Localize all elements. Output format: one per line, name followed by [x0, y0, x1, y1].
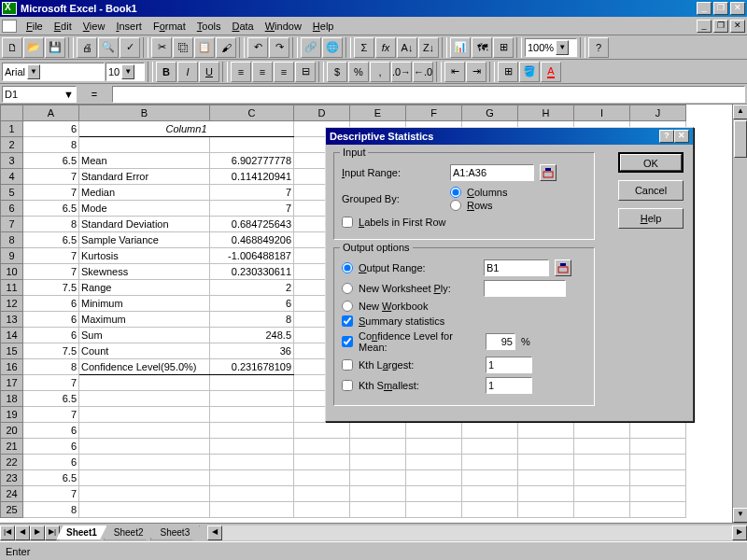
- new-icon[interactable]: 🗋: [2, 37, 22, 58]
- row-header-15[interactable]: 15: [1, 343, 23, 359]
- cell-b13[interactable]: Maximum: [79, 312, 210, 328]
- cell-c13[interactable]: 8: [210, 312, 294, 328]
- col-header-I[interactable]: I: [574, 105, 630, 121]
- row-header-17[interactable]: 17: [1, 375, 23, 391]
- zoom-dropdown-icon[interactable]: ▼: [556, 40, 569, 55]
- fill-color-icon[interactable]: 🪣: [519, 62, 540, 82]
- cell-a20[interactable]: 6: [23, 423, 79, 439]
- cell-a5[interactable]: 7: [23, 185, 79, 201]
- cell-b16[interactable]: Confidence Level(95.0%): [79, 359, 210, 375]
- cell-c3[interactable]: 6.902777778: [210, 153, 294, 169]
- copy-icon[interactable]: ⿻: [173, 37, 193, 58]
- cell-c18[interactable]: [210, 391, 294, 407]
- dialog-titlebar[interactable]: Descriptive Statistics ? ✕: [326, 128, 693, 145]
- vertical-scrollbar[interactable]: ▲ ▼: [732, 105, 747, 523]
- cell-b9[interactable]: Kurtosis: [79, 248, 210, 264]
- kth-smallest-field[interactable]: [486, 377, 532, 394]
- cell-E25[interactable]: [350, 502, 406, 518]
- col-header-F[interactable]: F: [406, 105, 462, 121]
- select-all-cell[interactable]: [1, 105, 23, 121]
- pivot-icon[interactable]: ⊞: [493, 37, 514, 58]
- zoom-combo[interactable]: 100% ▼: [525, 38, 577, 57]
- row-header-3[interactable]: 3: [1, 153, 23, 169]
- kth-largest-checkbox[interactable]: [342, 359, 353, 371]
- cell-a10[interactable]: 7: [23, 264, 79, 280]
- cell-c22[interactable]: [210, 455, 294, 470]
- cell-F23[interactable]: [406, 470, 462, 486]
- cell-E21[interactable]: [350, 439, 406, 455]
- confidence-field[interactable]: [486, 333, 515, 350]
- menu-help[interactable]: Help: [307, 19, 340, 34]
- help-icon[interactable]: ?: [588, 37, 609, 58]
- cell-b14[interactable]: Sum: [79, 328, 210, 343]
- cell-c2[interactable]: [210, 137, 294, 153]
- cell-a4[interactable]: 7: [23, 169, 79, 185]
- cell-c24[interactable]: [210, 486, 294, 502]
- cell-c8[interactable]: 0.468849206: [210, 232, 294, 248]
- format-painter-icon[interactable]: 🖌: [216, 37, 236, 58]
- inc-indent-icon[interactable]: ⇥: [466, 62, 486, 82]
- dialog-close-icon[interactable]: ✕: [674, 130, 689, 143]
- new-workbook-radio[interactable]: [342, 301, 353, 312]
- row-header-9[interactable]: 9: [1, 248, 23, 264]
- bold-icon[interactable]: B: [156, 62, 176, 82]
- cell-a9[interactable]: 7: [23, 248, 79, 264]
- rows-radio[interactable]: [450, 200, 461, 211]
- cell-D25[interactable]: [294, 502, 350, 518]
- new-worksheet-radio[interactable]: [342, 283, 353, 294]
- preview-icon[interactable]: 🔍: [98, 37, 119, 58]
- doc-close-button[interactable]: ✕: [730, 20, 745, 33]
- col-header-D[interactable]: D: [294, 105, 350, 121]
- cell-D24[interactable]: [294, 486, 350, 502]
- sort-desc-icon[interactable]: Z↓: [418, 37, 439, 58]
- maximize-button[interactable]: ❐: [713, 2, 728, 15]
- workbook-icon[interactable]: [2, 20, 17, 33]
- col-header-J[interactable]: J: [630, 105, 686, 121]
- cell-a6[interactable]: 6.5: [23, 201, 79, 217]
- namebox-dropdown-icon[interactable]: ▼: [63, 89, 74, 100]
- cancel-button[interactable]: Cancel: [618, 180, 684, 201]
- cell-c17[interactable]: [210, 375, 294, 391]
- cell-b5[interactable]: Median: [79, 185, 210, 201]
- cell-c19[interactable]: [210, 407, 294, 423]
- cell-b20[interactable]: [79, 423, 210, 439]
- cell-c7[interactable]: 0.684725643: [210, 217, 294, 232]
- menu-window[interactable]: Window: [260, 19, 307, 34]
- sheet-tab-3[interactable]: Sheet3: [150, 525, 201, 540]
- cell-a21[interactable]: 6: [23, 439, 79, 455]
- menu-view[interactable]: View: [78, 19, 111, 34]
- comma-icon[interactable]: ,: [370, 62, 390, 82]
- doc-restore-button[interactable]: ❐: [713, 20, 728, 33]
- cell-a2[interactable]: 8: [23, 137, 79, 153]
- currency-icon[interactable]: $: [327, 62, 347, 82]
- cell-G25[interactable]: [462, 502, 518, 518]
- menu-insert[interactable]: Insert: [110, 19, 148, 34]
- align-center-icon[interactable]: ≡: [252, 62, 273, 82]
- col-header-H[interactable]: H: [518, 105, 574, 121]
- cell-D23[interactable]: [294, 470, 350, 486]
- row-header-2[interactable]: 2: [1, 137, 23, 153]
- cell-b3[interactable]: Mean: [79, 153, 210, 169]
- cell-b19[interactable]: [79, 407, 210, 423]
- cell-H21[interactable]: [518, 439, 574, 455]
- cell-H20[interactable]: [518, 423, 574, 439]
- cell-b21[interactable]: [79, 439, 210, 455]
- row-header-22[interactable]: 22: [1, 455, 23, 470]
- cell-E22[interactable]: [350, 455, 406, 470]
- col-header-E[interactable]: E: [350, 105, 406, 121]
- help-button[interactable]: Help: [618, 208, 684, 229]
- cell-a23[interactable]: 6.5: [23, 470, 79, 486]
- close-button[interactable]: ✕: [730, 2, 745, 15]
- cell-c11[interactable]: 2: [210, 280, 294, 296]
- confidence-checkbox[interactable]: [342, 336, 353, 347]
- cell-F22[interactable]: [406, 455, 462, 470]
- row-header-4[interactable]: 4: [1, 169, 23, 185]
- cell-b11[interactable]: Range: [79, 280, 210, 296]
- menu-format[interactable]: Format: [148, 19, 191, 34]
- row-header-19[interactable]: 19: [1, 407, 23, 423]
- cell-I25[interactable]: [574, 502, 630, 518]
- cell-G21[interactable]: [462, 439, 518, 455]
- dialog-help-icon[interactable]: ?: [659, 130, 674, 143]
- doc-minimize-button[interactable]: _: [697, 20, 712, 33]
- cell-c4[interactable]: 0.114120941: [210, 169, 294, 185]
